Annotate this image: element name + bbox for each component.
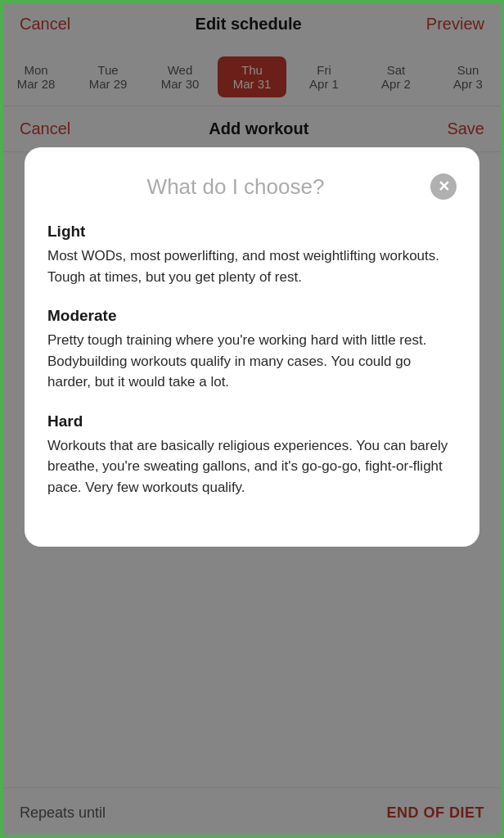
intensity-moderate-desc: Pretty tough training where you're worki…: [47, 330, 457, 393]
intensity-moderate-title: Moderate: [47, 307, 457, 325]
modal-header: What do I choose? ✕: [47, 173, 457, 200]
intensity-info-modal: What do I choose? ✕ Light Most WODs, mos…: [25, 147, 479, 547]
close-icon: ✕: [438, 179, 450, 194]
intensity-moderate: Moderate Pretty tough training where you…: [47, 307, 457, 393]
intensity-hard-title: Hard: [47, 412, 457, 430]
modal-title: What do I choose?: [47, 174, 424, 200]
intensity-hard-desc: Workouts that are basically religious ex…: [47, 435, 457, 498]
intensity-light: Light Most WODs, most powerlifting, and …: [47, 223, 457, 287]
intensity-light-title: Light: [47, 223, 457, 241]
intensity-light-desc: Most WODs, most powerlifting, and most w…: [47, 246, 457, 287]
modal-close-button[interactable]: ✕: [430, 173, 457, 200]
intensity-hard: Hard Workouts that are basically religio…: [47, 412, 457, 498]
